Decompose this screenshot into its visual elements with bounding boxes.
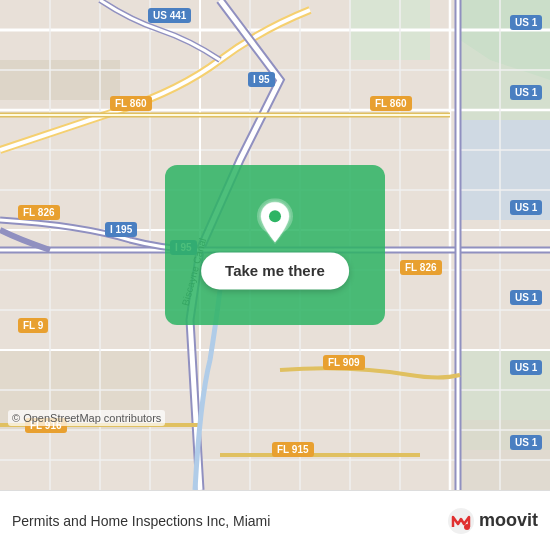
road-label-us1-2: US 1 (510, 85, 542, 100)
road-label-fl909: FL 909 (323, 355, 365, 370)
road-label-i95: I 95 (248, 72, 275, 87)
map-container: US 441 US 1 US 1 US 1 US 1 US 1 US 1 I 9… (0, 0, 550, 490)
road-label-fl9: FL 9 (18, 318, 48, 333)
svg-point-42 (269, 210, 281, 222)
road-label-us1-5: US 1 (510, 360, 542, 375)
road-label-fl826-right: FL 826 (400, 260, 442, 275)
map-attribution: © OpenStreetMap contributors (8, 410, 165, 426)
road-label-us1-3: US 1 (510, 200, 542, 215)
info-bar: Permits and Home Inspections Inc, Miami … (0, 490, 550, 550)
road-label-us1-bottom: US 1 (510, 435, 542, 450)
road-label-us1-4: US 1 (510, 290, 542, 305)
road-label-fl860-left: FL 860 (110, 96, 152, 111)
road-label-fl826-left: FL 826 (18, 205, 60, 220)
road-label-fl860-right: FL 860 (370, 96, 412, 111)
svg-point-44 (464, 524, 470, 530)
svg-rect-4 (0, 60, 120, 100)
road-label-us441: US 441 (148, 8, 191, 23)
road-label-fl915: FL 915 (272, 442, 314, 457)
location-pin (255, 198, 295, 250)
moovit-logo-text: moovit (479, 510, 538, 531)
take-me-there-button[interactable]: Take me there (201, 252, 349, 289)
road-label-i195: I 195 (105, 222, 137, 237)
place-name: Permits and Home Inspections Inc, Miami (12, 513, 270, 529)
moovit-logo-icon (447, 507, 475, 535)
road-label-us1-top: US 1 (510, 15, 542, 30)
moovit-logo: moovit (447, 507, 538, 535)
